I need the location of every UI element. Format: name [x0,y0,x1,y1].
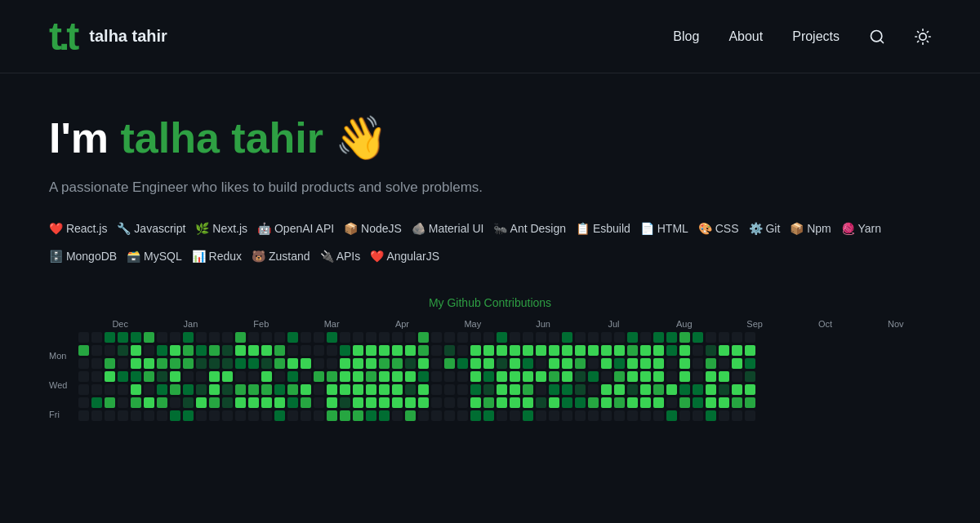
contrib-cell [470,384,481,395]
contrib-cell [483,384,494,395]
contrib-week [693,332,703,437]
contrib-week [183,332,194,437]
nav-about[interactable]: About [728,29,763,44]
contrib-week [274,332,285,437]
nav-projects[interactable]: Projects [792,29,840,44]
contrib-cell [248,345,259,356]
contrib-cell [666,397,677,408]
contrib-cell [248,371,259,382]
contrib-cell [340,332,350,343]
logo-icon[interactable]: t.t [49,17,76,56]
contrib-cell [91,384,102,395]
contrib-week [91,332,102,437]
contrib-cell [562,371,572,382]
contrib-cell [614,332,625,343]
nav-blog[interactable]: Blog [673,29,699,44]
contrib-cell [745,410,755,421]
contrib-cell [627,371,638,382]
contrib-week [327,332,337,437]
contrib-cell [353,371,363,382]
contrib-cell [457,358,468,369]
contrib-cell [235,332,246,343]
contrib-cell [549,358,559,369]
contrib-cell [575,358,586,369]
contrib-wrapper: DecJanFebMarAprMayJunJulAugSepOctNov Mon… [49,319,931,437]
search-icon[interactable] [869,29,885,45]
contrib-cell [497,384,507,395]
contrib-cell [170,371,180,382]
contrib-cell [353,384,363,395]
contrib-cell [287,384,298,395]
day-label [49,363,72,378]
contrib-week [261,332,272,437]
contrib-cell [444,358,455,369]
contrib-cell [78,332,89,343]
contrib-cell [131,384,141,395]
contrib-cell [614,358,625,369]
contrib-cell [601,371,612,382]
contrib-cell [549,345,559,356]
contrib-cell [248,384,259,395]
contrib-cell [131,345,141,356]
contrib-cell [483,371,494,382]
contrib-cell [91,371,102,382]
day-label [49,422,72,437]
contrib-week [732,332,742,437]
contrib-cell [732,345,742,356]
tech-item: 🐻 Zustand [252,246,310,267]
contrib-cell [274,384,285,395]
contrib-cell [327,358,337,369]
hero-subtitle: A passionate Engineer who likes to build… [49,180,931,196]
hero-prefix: I'm [49,114,121,162]
theme-toggle-icon[interactable] [915,29,931,45]
contrib-cell [222,384,233,395]
contrib-cell [170,384,180,395]
day-labels: MonWedFri [49,332,78,437]
contrib-cell [105,371,115,382]
month-label: Dec [85,319,155,329]
contrib-cell [170,397,180,408]
contrib-cell [287,358,298,369]
contrib-cell [301,371,311,382]
contrib-cell [261,345,272,356]
contrib-cell [235,410,246,421]
contrib-cell [510,371,520,382]
contrib-cell [209,410,220,421]
contrib-cell [693,345,703,356]
contrib-cell [653,384,664,395]
contrib-cell [470,397,481,408]
tech-item: 🗄️ MongoDB [49,246,117,267]
contrib-week [366,332,376,437]
contrib-cell [235,345,246,356]
contrib-cell [392,332,403,343]
contrib-cell [588,358,599,369]
contrib-week [719,332,729,437]
contrib-cell [183,397,194,408]
contrib-cell [653,358,664,369]
contrib-cell [653,397,664,408]
contrib-cell [366,371,376,382]
contrib-cell [222,410,233,421]
contrib-cell [666,384,677,395]
logo-area: t.t talha tahir [49,17,167,56]
contrib-cell [719,332,729,343]
tech-item: 🐜 Ant Design [493,219,566,239]
contrib-cell [183,358,194,369]
contrib-cell [536,345,546,356]
contrib-cell [470,345,481,356]
contrib-cell [431,397,442,408]
contrib-cell [601,345,612,356]
contrib-cell [418,371,429,382]
contrib-cell [614,345,625,356]
contrib-cell [222,332,233,343]
contrib-cell [78,358,89,369]
month-label: Mar [296,319,367,329]
contrib-cell [118,358,128,369]
contrib-cell [693,410,703,421]
contrib-cell [666,332,677,343]
contrib-cell [706,384,716,395]
contrib-cell [314,410,324,421]
contrib-week [706,332,716,437]
contrib-week [575,332,586,437]
contrib-cell [392,384,403,395]
